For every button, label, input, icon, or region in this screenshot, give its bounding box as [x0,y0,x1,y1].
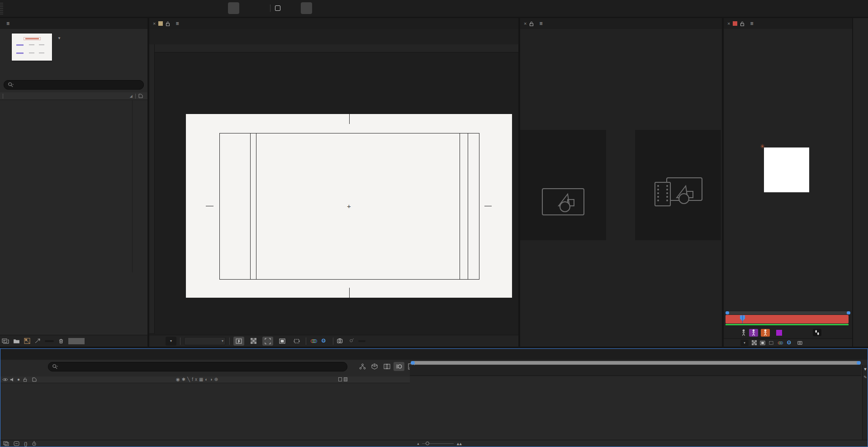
timeline-right-gutter: ▼ ✎ [862,365,868,440]
render-time-icon[interactable] [32,441,37,446]
close-panel-icon[interactable]: × [524,21,526,26]
timeline-pan-scrollbar[interactable] [411,361,861,365]
walk-orange-icon[interactable] [761,329,770,337]
layer-canvas[interactable]: ✳ [724,29,852,310]
new-composition-icon[interactable] [24,338,30,344]
project-panel: ≡ ▼ ◢ [0,18,147,347]
label-column-icon [138,94,143,98]
snapshot-icon[interactable] [337,338,344,344]
project-footer [0,335,147,347]
audio-column-icon [10,377,15,382]
armature-basic-icon[interactable] [228,2,239,14]
project-search-input[interactable] [4,80,144,90]
snap-options-icon[interactable] [288,2,299,14]
snapshot-icon[interactable] [797,340,804,345]
toggle-modes-icon[interactable] [344,377,347,381]
calque-footer: ▾ Ꙩ [724,338,852,347]
transparency-grid-icon[interactable] [752,340,757,345]
panel-menu-icon[interactable]: ≡ [750,20,753,27]
composition-panel: × ≡ + [149,18,518,347]
comp-button-icon[interactable]: ✎ [863,375,868,380]
comp-flowchart-icon[interactable] [357,362,368,371]
channel-icon[interactable] [310,338,318,344]
transparency-grid-icon[interactable] [248,337,259,346]
motion-blur-icon[interactable] [394,362,404,371]
horizontal-ruler[interactable] [155,44,518,52]
shutter-icon[interactable]: Ꙩ [322,338,326,344]
selected-item-name[interactable]: ▼ [57,34,61,42]
vertical-ruler[interactable] [149,44,155,334]
layer-white-square [764,147,809,192]
expand-transfer-icon[interactable] [14,441,19,446]
composition-viewer[interactable]: + [155,52,518,334]
expand-inout-icon[interactable]: {} [24,441,27,447]
armature-bend-icon[interactable] [254,2,266,14]
region-of-interest-icon[interactable] [262,337,273,346]
mask-visibility-icon[interactable] [760,341,765,345]
collapsed-panels-strip [853,18,868,347]
toolbar [0,0,868,17]
timeline-search-input[interactable] [48,362,347,371]
show-snapshot-icon[interactable] [348,338,355,344]
toolbar-grip [0,2,3,15]
project-list-header[interactable]: ◢ [0,92,147,100]
snap-bracket-icon[interactable] [301,2,312,14]
rendered-frames-line [726,324,849,325]
panel-menu-icon[interactable]: ≡ [175,20,179,27]
timeline-footer: {} ▲ ▲▲ [0,440,868,447]
close-panel-icon[interactable]: × [727,21,730,26]
switches-column-icons: ◉✱╲fx▦◐◑⊕ [176,377,220,382]
panel-menu-icon[interactable]: ≡ [539,20,542,27]
lock-icon[interactable] [166,21,170,26]
close-panel-icon[interactable]: × [153,21,156,26]
crop-region-icon[interactable] [291,337,302,346]
resolution-dropdown[interactable]: ▾ [184,337,226,345]
new-folder-icon[interactable] [13,338,20,344]
lock-column-icon [23,377,27,382]
zoom-dropdown-icon[interactable]: ▾ [166,337,176,346]
composition-canvas[interactable]: + [186,114,512,298]
timeline-panel: ● ◉✱╲fx▦◐◑⊕ {} ▲ ▲▲ [0,348,868,447]
new-composition-from-footage-button[interactable] [635,130,721,240]
calque-panel: × ≡ ✳ ▾ [724,18,852,347]
layer-list-header: ● ◉✱╲fx▦◐◑⊕ [0,376,410,383]
fast-preview-icon[interactable] [233,337,244,346]
comp-color-chip [158,21,163,26]
draft-3d-icon[interactable] [369,362,380,371]
walk-gray-icon[interactable] [741,329,746,336]
lock-icon[interactable] [740,21,745,26]
toggle-switches-icon[interactable] [338,377,342,381]
new-composition-button[interactable] [520,130,606,240]
bpc-button[interactable] [45,340,54,342]
walk-magenta-icon[interactable] [749,329,758,337]
label-column-icon [32,377,37,382]
channel-icon[interactable] [777,341,784,345]
interpret-footage-icon[interactable] [2,338,9,344]
comp-marker-icon[interactable]: ▼ [863,367,868,371]
zoom-dropdown-icon[interactable]: ▾ [740,340,749,346]
comp-timecode[interactable] [358,340,365,342]
shutter-icon[interactable]: Ꙩ [787,340,791,346]
search-icon [8,82,14,88]
mask-visibility-icon[interactable] [277,337,288,346]
panel-menu-icon[interactable]: ≡ [6,20,9,27]
alpha-color-swatch[interactable] [776,330,782,336]
armature-string-icon[interactable] [241,2,252,14]
crop-region-icon[interactable] [768,341,774,345]
layer-timeline-bar[interactable] [726,315,849,323]
progress-box [68,338,85,344]
render-queue-icon[interactable] [34,338,41,344]
anchor-point-icon: ✳ [760,143,765,150]
feet-icon[interactable] [813,329,821,336]
metrage-panel: × ≡ [520,18,722,347]
lock-icon[interactable] [529,21,534,26]
timeline-ruler[interactable] [410,365,861,376]
timeline-zoom-control[interactable]: ▲ ▲▲ [417,442,461,446]
solo-column-icon: ● [17,377,20,382]
expand-layers-icon[interactable] [3,441,9,446]
new-composition-icon [541,188,585,216]
frame-blending-icon[interactable] [381,362,392,371]
snapping-checkbox[interactable] [275,5,280,11]
trash-icon[interactable] [58,338,64,344]
layer-scrollbar[interactable] [726,311,850,314]
